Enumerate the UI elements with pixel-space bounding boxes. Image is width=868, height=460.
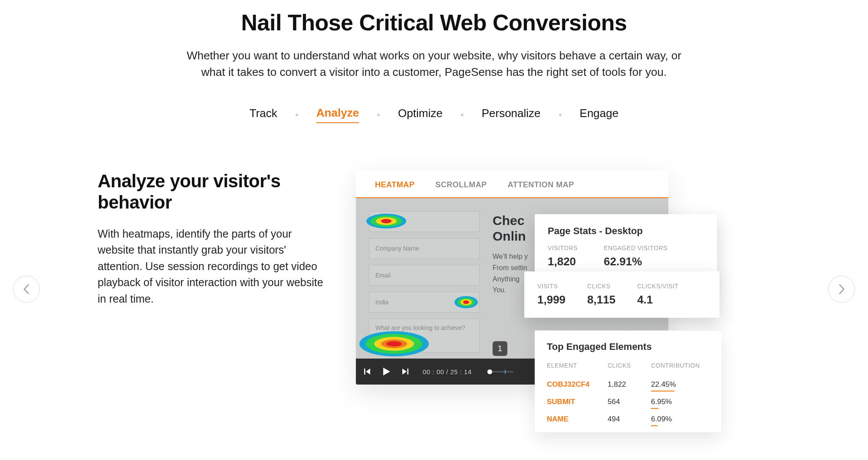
- heatmap-tab-scrollmap[interactable]: SCROLLMAP: [425, 171, 497, 197]
- heat-blob-icon: [454, 296, 478, 309]
- tab-separator: [296, 114, 298, 116]
- tab-separator: [559, 114, 562, 116]
- form-field-company: Company Name: [369, 238, 480, 259]
- tab-personalize[interactable]: Personalize: [482, 107, 541, 123]
- engaged-element: NAME: [547, 415, 608, 424]
- form-field-email: Email: [369, 265, 480, 286]
- page-title: Nail Those Critical Web Conversions: [0, 10, 868, 36]
- stat-label: VISITS: [537, 283, 566, 290]
- carousel-next-button[interactable]: [828, 276, 855, 303]
- stat-value: 1,999: [537, 293, 566, 307]
- engaged-element: SUBMIT: [547, 398, 608, 406]
- engaged-contribution: 22.45%: [651, 380, 709, 389]
- stat-label: CLICKS: [587, 283, 615, 290]
- svg-marker-16: [402, 369, 407, 375]
- engaged-row: COBJ32CF41,82222.45%: [547, 376, 709, 393]
- tab-separator: [461, 114, 464, 116]
- chevron-left-icon: [23, 283, 30, 295]
- stat-label: VISITORS: [548, 245, 578, 251]
- player-tooltip: 1: [493, 341, 507, 356]
- preview-text: We'll help y From settin Anything You.: [493, 251, 528, 295]
- heatmap-tab-attention[interactable]: ATTENTION MAP: [497, 171, 585, 197]
- stat-value: 4.1: [637, 293, 678, 307]
- chevron-right-icon: [838, 283, 845, 295]
- stat-value: 8,115: [587, 293, 615, 307]
- engaged-contribution: 6.95%: [651, 398, 709, 406]
- stat-value: 62.91%: [604, 255, 667, 268]
- engaged-contribution: 6.09%: [651, 415, 709, 424]
- stat-label: ENGAGED VISITORS: [604, 245, 667, 251]
- engaged-title: Top Engaged Elements: [547, 341, 709, 352]
- player-play-button[interactable]: [381, 366, 391, 377]
- tab-separator: [377, 114, 380, 116]
- top-engaged-card: Top Engaged Elements ELEMENT CLICKS CONT…: [535, 330, 721, 432]
- heat-blob-icon: [366, 213, 407, 229]
- tab-engage[interactable]: Engage: [580, 107, 619, 123]
- player-prev-button[interactable]: [364, 368, 372, 375]
- svg-point-12: [386, 341, 402, 346]
- engaged-header-element: ELEMENT: [547, 362, 608, 369]
- svg-rect-17: [408, 369, 409, 375]
- svg-marker-14: [366, 369, 370, 375]
- tab-analyze[interactable]: Analyze: [316, 106, 359, 123]
- svg-marker-15: [383, 368, 390, 375]
- skip-forward-icon: [401, 368, 409, 375]
- engaged-header-clicks: CLICKS: [608, 362, 651, 369]
- preview-heading: ChecOnlin: [493, 213, 528, 244]
- engaged-header-contribution: CONTRIBUTION: [651, 362, 709, 369]
- heatmap-tabs: HEATMAP SCROLLMAP ATTENTION MAP: [356, 171, 668, 198]
- section-body: With heatmaps, identify the parts of you…: [98, 226, 328, 307]
- skip-back-icon: [364, 368, 372, 375]
- page-stats-card: Page Stats - Desktop VISITORS 1,820 ENGA…: [535, 214, 717, 280]
- player-progress-handle[interactable]: [487, 369, 492, 374]
- player-progress[interactable]: [487, 371, 513, 372]
- stat-label: CLICKS/VISIT: [637, 283, 678, 290]
- section-title: Analyze your visitor's behavior: [98, 171, 328, 213]
- player-next-button[interactable]: [401, 368, 409, 375]
- carousel-prev-button[interactable]: [13, 276, 40, 303]
- svg-rect-13: [364, 369, 365, 375]
- heat-blob-icon: [358, 331, 430, 357]
- form-field-country: India: [369, 292, 480, 313]
- main-tabs: Track Analyze Optimize Personalize Engag…: [0, 106, 868, 123]
- form-field-name: [369, 211, 480, 232]
- stat-value: 1,820: [548, 255, 578, 268]
- engaged-clicks: 494: [608, 415, 651, 424]
- player-progress-marker: [505, 370, 506, 374]
- engaged-element: COBJ32CF4: [547, 380, 608, 389]
- product-screenshot: HEATMAP SCROLLMAP ATTENTION MAP Company …: [356, 171, 742, 385]
- tab-track[interactable]: Track: [250, 107, 277, 123]
- engaged-row: NAME4946.09%: [547, 411, 709, 428]
- engaged-clicks: 564: [608, 398, 651, 406]
- stats-card-title: Page Stats - Desktop: [548, 225, 704, 237]
- heatmap-tab-heatmap[interactable]: HEATMAP: [365, 171, 425, 197]
- play-icon: [381, 366, 391, 377]
- visits-stats-card: VISITS 1,999 CLICKS 8,115 CLICKS/VISIT 4…: [524, 271, 720, 318]
- player-time: 00 : 00 / 25 : 14: [423, 368, 472, 375]
- page-subtitle: Whether you want to understand what work…: [174, 48, 694, 80]
- tab-optimize[interactable]: Optimize: [398, 107, 443, 123]
- svg-point-3: [381, 219, 391, 223]
- svg-point-7: [463, 300, 469, 304]
- engaged-clicks: 1,822: [608, 380, 651, 389]
- form-field-value: India: [375, 299, 388, 306]
- engaged-row: SUBMIT5646.95%: [547, 393, 709, 411]
